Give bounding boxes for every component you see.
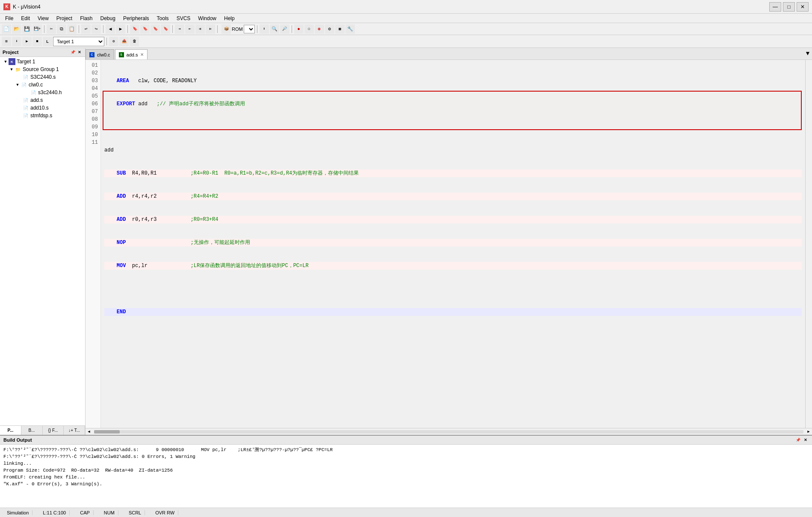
tree-item-adds[interactable]: 📄 add.s	[0, 96, 85, 104]
tree-item-source-group[interactable]: ▼ 📁 Source Group 1	[0, 65, 85, 73]
toolbar-secondary: ⊞ ⬇ ▶ ■ L Target 1 ⚙ 📤 🗑	[0, 35, 812, 48]
find-in-files-button[interactable]: 🔎	[280, 24, 289, 34]
tree-label-source-group: Source Group 1	[23, 66, 59, 72]
code-line-05: SUB R4,R0,R1 ;R4=R0-R1 R0=a,R1=b,R2=c,R3…	[104, 169, 802, 177]
menu-svcs[interactable]: SVCS	[173, 15, 194, 22]
panel-tab-project[interactable]: P...	[0, 426, 21, 435]
bookmark-button-2[interactable]: 🔖	[140, 24, 150, 34]
code-wrapper: 01 02 03 04 05 06 07 08 09 10 11 AREA cl…	[86, 60, 812, 435]
panel-tab-functions[interactable]: {} F...	[43, 426, 64, 435]
erase-button[interactable]: 🗑	[130, 37, 139, 46]
horizontal-scrollbar[interactable]: ◀ ▶	[86, 428, 812, 435]
bookmark-button-1[interactable]: 🔖	[130, 24, 139, 34]
menu-project[interactable]: Project	[53, 15, 76, 22]
target-select[interactable]: Target 1	[53, 37, 104, 46]
tree-toggle-source-group[interactable]: ▼	[9, 67, 15, 71]
menu-debug[interactable]: Debug	[97, 15, 119, 22]
menu-edit[interactable]: Edit	[18, 15, 33, 22]
tree-label-clw0c: clw0.c	[29, 82, 43, 88]
col-outdent-button[interactable]: ⇇	[206, 24, 215, 34]
bookmark-button-4[interactable]: 🔖	[161, 24, 170, 34]
manage-button[interactable]: ⚙	[109, 37, 118, 46]
h-scroll-right-button[interactable]: ▶	[805, 428, 812, 435]
build-output-panel: Build Output 📌 ✕ F:\°??'²˜¨£?\??????-???…	[0, 435, 812, 508]
build-button[interactable]: ●	[294, 24, 304, 34]
window-title: K - μVision4	[13, 4, 41, 10]
copy-button[interactable]: ⧉	[57, 24, 66, 34]
menu-tools[interactable]: Tools	[154, 15, 172, 22]
flash-mgr-button[interactable]: 📤	[119, 37, 129, 46]
search-button[interactable]: 🔍	[270, 24, 279, 34]
nav-fwd-button[interactable]: ▶	[116, 24, 125, 34]
tree-toggle-target[interactable]: ▼	[3, 59, 9, 64]
menu-window[interactable]: Window	[195, 15, 220, 22]
save-button[interactable]: 💾	[22, 24, 32, 34]
tree-item-target[interactable]: ▼ K Target 1	[0, 58, 85, 65]
status-caps: CAP	[77, 510, 94, 515]
run-button[interactable]: ○	[304, 24, 314, 34]
h-scroll-thumb[interactable]	[94, 430, 120, 434]
rom-dropdown[interactable]	[244, 25, 255, 33]
build-close-button[interactable]: ✕	[803, 437, 809, 443]
menu-file[interactable]: File	[2, 15, 17, 22]
tree-item-add10s[interactable]: 📄 add10.s	[0, 104, 85, 112]
load-button[interactable]: ⬇	[260, 24, 269, 34]
minimize-button[interactable]: —	[769, 2, 781, 12]
cut-button[interactable]: ✂	[47, 24, 56, 34]
close-button[interactable]: ✕	[797, 2, 809, 12]
menu-bar: File Edit View Project Flash Debug Perip…	[0, 14, 812, 23]
open-file-button[interactable]: 📂	[12, 24, 21, 34]
code-scroll-area[interactable]: 01 02 03 04 05 06 07 08 09 10 11 AREA cl…	[86, 60, 812, 428]
tab-scroll-right[interactable]: ▼	[803, 48, 812, 59]
app-icon: K	[3, 3, 10, 10]
rom-icon-button[interactable]: 📦	[221, 24, 231, 34]
build-pin-button[interactable]: 📌	[795, 437, 801, 443]
display-button[interactable]: ▦	[335, 24, 345, 34]
debug-start-button[interactable]: ▶	[22, 37, 32, 46]
undo-button[interactable]: ↩	[81, 24, 91, 34]
build-line-3: linking...	[3, 460, 809, 467]
panel-tab-books[interactable]: B...	[21, 426, 43, 435]
project-env-button[interactable]: ⊞	[2, 37, 11, 46]
vertical-scrollbar[interactable]	[805, 60, 812, 428]
flash-download-button[interactable]: ⬇	[12, 37, 21, 46]
configure-button[interactable]: ⚙	[325, 24, 334, 34]
tree-item-s3c2440s[interactable]: 📄 S3C2440.s	[0, 73, 85, 81]
indent-button[interactable]: ⇥	[175, 24, 184, 34]
tree-label-adds: add.s	[30, 97, 43, 103]
menu-help[interactable]: Help	[221, 15, 238, 22]
paste-button[interactable]: 📋	[67, 24, 77, 34]
save-all-button[interactable]: 💾+	[32, 24, 42, 34]
maximize-button[interactable]: □	[783, 2, 795, 12]
tree-item-s3c2440h[interactable]: 📄 s3c2440.h	[0, 89, 85, 96]
tab-clw0c[interactable]: C clw0.c	[86, 49, 114, 59]
nav-back-button[interactable]: ◀	[106, 24, 115, 34]
load-icon-button[interactable]: L	[43, 37, 52, 46]
tab-adds[interactable]: S add.s ✕	[115, 49, 148, 59]
stop-button[interactable]: ⊛	[315, 24, 324, 34]
menu-peripherals[interactable]: Peripherals	[120, 15, 153, 22]
menu-flash[interactable]: Flash	[77, 15, 96, 22]
s-file-icon-add10: 📄	[22, 104, 29, 111]
h-scroll-left-button[interactable]: ◀	[86, 428, 92, 435]
h-scroll-track[interactable]	[94, 430, 803, 434]
new-file-button[interactable]: 📄	[2, 24, 11, 34]
tree-item-stmfdsps[interactable]: 📄 stmfdsp.s	[0, 112, 85, 119]
options-button[interactable]: 🔧	[345, 24, 355, 34]
col-indent-button[interactable]: ⇉	[195, 24, 205, 34]
menu-view[interactable]: View	[34, 15, 52, 22]
panel-controls: 📌 ✕	[70, 49, 83, 55]
panel-pin-button[interactable]: 📌	[70, 49, 76, 55]
tree-toggle-clw0c[interactable]: ▼	[15, 83, 21, 87]
tab-close-button[interactable]: ✕	[140, 52, 144, 57]
debug-stop-button[interactable]: ■	[32, 37, 42, 46]
redo-button[interactable]: ↪	[92, 24, 101, 34]
tree-item-clw0c[interactable]: ▼ 📄 clw0.c	[0, 81, 85, 89]
panel-tab-templates[interactable]: ↓+ T...	[64, 426, 85, 435]
code-content[interactable]: AREA clw, CODE, READONLY EXPORT add ;// …	[101, 60, 805, 428]
separator-3	[103, 25, 103, 33]
panel-close-button[interactable]: ✕	[77, 49, 83, 55]
outdent-button[interactable]: ⇤	[185, 24, 195, 34]
separator-t1	[106, 38, 107, 45]
bookmark-button-3[interactable]: 🔖	[151, 24, 160, 34]
